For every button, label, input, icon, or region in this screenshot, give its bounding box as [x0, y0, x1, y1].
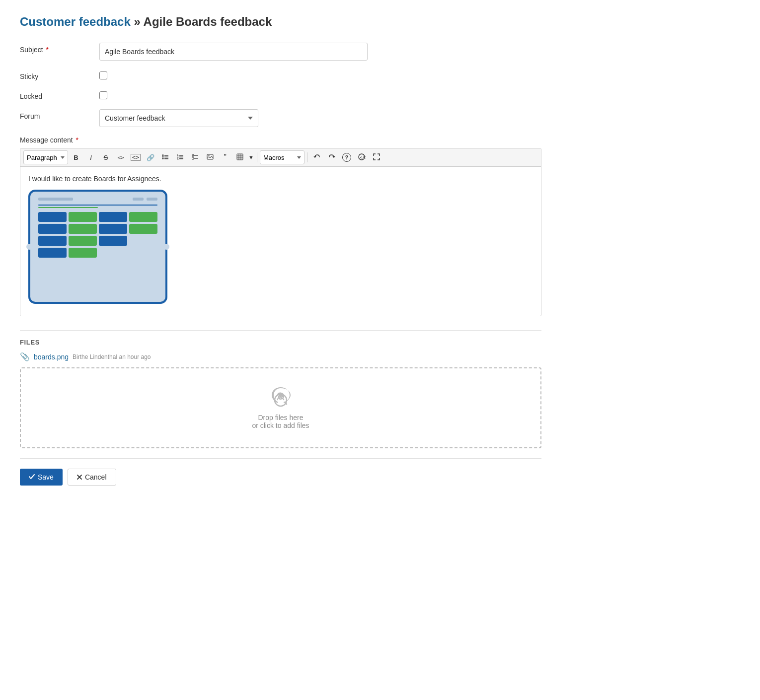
svg-point-2: [162, 156, 164, 158]
subject-label: Subject *: [20, 43, 99, 54]
bold-button[interactable]: B: [69, 150, 83, 164]
drop-zone-icon: [270, 386, 292, 410]
boards-image: [28, 190, 167, 304]
cell-4-2: [69, 248, 97, 258]
files-title: FILES: [20, 330, 541, 346]
cell-2-4: [129, 224, 157, 234]
task-list-button[interactable]: [188, 150, 202, 164]
cancel-button[interactable]: Cancel: [68, 469, 116, 486]
drop-zone[interactable]: Drop files here or click to add files: [20, 367, 541, 448]
cell-2-1: [38, 224, 67, 234]
page-title: Customer feedback » Agile Boards feedbac…: [20, 15, 541, 29]
code-block-button[interactable]: <>: [129, 150, 143, 164]
file-item: 📎 boards.png Birthe Lindenthal an hour a…: [20, 352, 541, 361]
save-button[interactable]: Save: [20, 469, 63, 486]
cell-4-1: [38, 248, 67, 258]
sticky-label: Sticky: [20, 70, 99, 80]
undo-button[interactable]: [310, 150, 324, 164]
boards-header-row: [38, 198, 157, 201]
boards-underline: [38, 207, 98, 208]
subject-row: Subject *: [20, 43, 541, 61]
current-page-title: Agile Boards feedback: [144, 15, 272, 28]
editor-toolbar: Paragraph Heading 1 Heading 2 B I S <> <…: [20, 148, 541, 167]
message-content-label: Message content *: [20, 136, 541, 144]
sticky-row: Sticky: [20, 70, 541, 80]
ordered-list-button[interactable]: 1.2.3.: [173, 150, 187, 164]
svg-rect-11: [179, 158, 183, 159]
svg-text:3.: 3.: [177, 157, 179, 160]
toolbar-separator-2: [307, 152, 307, 162]
forum-label: Forum: [20, 109, 99, 120]
quote-button[interactable]: ": [218, 150, 232, 164]
editor-text: I would like to create Boards for Assign…: [28, 175, 533, 183]
cell-3-3: [99, 236, 127, 246]
subject-input[interactable]: [99, 43, 368, 61]
boards-left-dot: [26, 244, 32, 250]
locked-checkbox-wrapper: [99, 89, 107, 99]
svg-rect-18: [237, 154, 243, 160]
file-meta: Birthe Lindenthal an hour ago: [73, 353, 151, 360]
cell-4-3: [99, 248, 127, 258]
source-button[interactable]: </>: [355, 150, 369, 164]
locked-checkbox[interactable]: [99, 91, 107, 99]
image-button[interactable]: [203, 150, 217, 164]
svg-rect-5: [164, 158, 168, 159]
help-button[interactable]: ?: [340, 150, 354, 164]
cell-4-4: [129, 248, 157, 258]
cell-2-3: [99, 224, 127, 234]
svg-point-0: [162, 154, 164, 156]
boards-right-dot: [163, 244, 169, 250]
sticky-checkbox[interactable]: [99, 71, 107, 79]
strikethrough-button[interactable]: S: [99, 150, 113, 164]
svg-rect-3: [164, 157, 168, 158]
breadcrumb-link[interactable]: Customer feedback: [20, 15, 131, 28]
header-bar-2: [133, 198, 144, 201]
paragraph-select[interactable]: Paragraph Heading 1 Heading 2: [23, 150, 68, 164]
svg-rect-15: [194, 158, 198, 159]
locked-label: Locked: [20, 89, 99, 100]
fullscreen-button[interactable]: [370, 150, 383, 164]
file-link[interactable]: boards.png: [34, 353, 69, 361]
svg-text:</>: </>: [360, 155, 366, 160]
macros-select[interactable]: Macros: [260, 150, 304, 164]
cell-2-2: [69, 224, 97, 234]
drop-zone-text: Drop files here or click to add files: [252, 414, 309, 429]
svg-rect-13: [194, 155, 198, 156]
svg-rect-14: [192, 157, 194, 159]
inline-code-button[interactable]: <>: [114, 150, 128, 164]
bullet-list-button[interactable]: [158, 150, 172, 164]
boards-top-line: [38, 205, 157, 206]
action-buttons: Save Cancel: [20, 458, 541, 486]
cell-3-4: [129, 236, 157, 246]
cell-1-2: [69, 212, 97, 222]
svg-point-17: [208, 155, 209, 156]
subject-required-star: *: [44, 46, 49, 54]
message-required-star: *: [74, 136, 78, 144]
header-bar-3: [147, 198, 157, 201]
editor-wrapper: Paragraph Heading 1 Heading 2 B I S <> <…: [20, 148, 541, 316]
boards-grid: [38, 212, 157, 258]
svg-rect-7: [179, 155, 183, 156]
locked-row: Locked: [20, 89, 541, 100]
forum-row: Forum Customer feedback General Discussi…: [20, 109, 541, 127]
cell-1-4: [129, 212, 157, 222]
sticky-checkbox-wrapper: [99, 70, 107, 79]
breadcrumb-separator: »: [131, 15, 144, 28]
cell-3-2: [69, 236, 97, 246]
cell-1-3: [99, 212, 127, 222]
files-section: FILES 📎 boards.png Birthe Lindenthal an …: [20, 330, 541, 448]
link-button[interactable]: 🔗: [144, 150, 157, 164]
forum-select[interactable]: Customer feedback General Discussion Bug…: [99, 109, 258, 127]
cell-3-1: [38, 236, 67, 246]
italic-button[interactable]: I: [84, 150, 98, 164]
svg-point-4: [162, 158, 164, 159]
editor-body[interactable]: I would like to create Boards for Assign…: [20, 167, 541, 316]
svg-rect-1: [164, 155, 168, 156]
save-checkmark-icon: [29, 473, 35, 481]
header-bar-1: [38, 198, 73, 201]
svg-rect-9: [179, 157, 183, 158]
table-button[interactable]: [233, 150, 247, 164]
cell-1-1: [38, 212, 67, 222]
redo-button[interactable]: [325, 150, 339, 164]
cancel-x-icon: [77, 473, 82, 481]
